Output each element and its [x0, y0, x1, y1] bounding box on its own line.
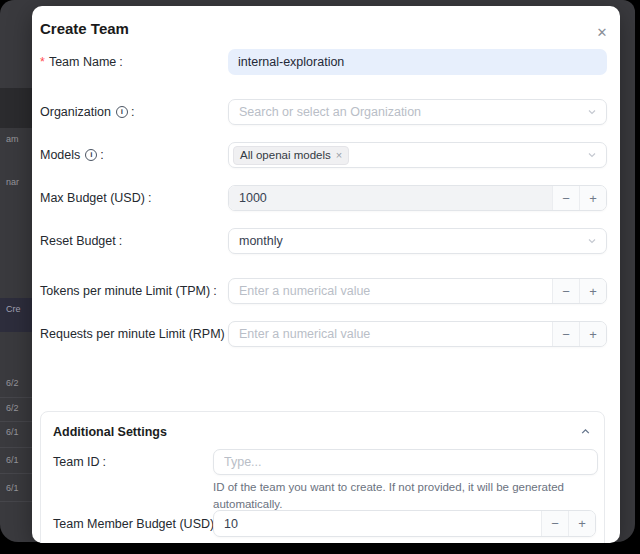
tpm-number-input: − +	[228, 278, 607, 304]
dimmed-row-divider	[0, 447, 34, 448]
max-budget-label: Max Budget (USD) :	[40, 185, 151, 211]
info-icon: i	[116, 106, 128, 118]
max-budget-input[interactable]	[239, 191, 552, 205]
label-colon: :	[131, 99, 134, 125]
form-row-models: Models i : All openai models ×	[40, 142, 615, 168]
member-budget-number-input: − +	[213, 510, 596, 537]
backdrop-text-fragment: 6/2	[6, 403, 19, 413]
dimmed-table-header	[0, 88, 34, 128]
create-team-modal: Create Team ✕ * Team Name : Organization…	[32, 6, 620, 543]
dimmed-row-divider	[0, 473, 34, 474]
increment-button[interactable]: +	[579, 279, 606, 303]
team-name-label: * Team Name :	[40, 49, 123, 75]
additional-settings-section: Additional Settings Team ID : ID of the …	[40, 411, 605, 543]
label-colon: :	[148, 185, 151, 211]
organization-placeholder: Search or select an Organization	[239, 105, 421, 119]
team-id-input[interactable]	[213, 449, 598, 475]
label-colon: :	[103, 455, 106, 469]
label-colon: :	[213, 278, 216, 304]
close-icon[interactable]: ✕	[591, 21, 613, 43]
organization-select[interactable]: Search or select an Organization	[228, 99, 607, 125]
member-budget-label: Team Member Budget (USD) ? :	[53, 510, 238, 537]
collapse-chevron-up-icon[interactable]	[578, 424, 592, 438]
team-id-helper-text: ID of the team you want to create. If no…	[213, 479, 605, 514]
selected-model-tag: All openai models ×	[233, 146, 349, 165]
organization-label: Organization i :	[40, 99, 134, 125]
member-budget-label-text: Team Member Budget (USD)	[53, 517, 214, 531]
form-row-tpm: Tokens per minute Limit (TPM) : − +	[40, 278, 615, 304]
member-budget-input[interactable]	[224, 517, 541, 531]
label-colon: :	[100, 142, 103, 168]
increment-button[interactable]: +	[579, 186, 606, 210]
increment-button[interactable]: +	[579, 322, 606, 346]
info-icon: i	[85, 149, 97, 161]
max-budget-number-input: − +	[228, 185, 607, 211]
backdrop-text-fragment: 6/1	[6, 427, 19, 437]
label-colon: :	[119, 228, 122, 254]
rpm-input[interactable]	[239, 327, 552, 341]
reset-budget-label-text: Reset Budget	[40, 228, 116, 254]
decrement-button[interactable]: −	[541, 511, 568, 536]
models-label-text: Models	[40, 142, 80, 168]
reset-budget-label: Reset Budget :	[40, 228, 122, 254]
team-name-input[interactable]	[228, 49, 607, 75]
form-row-reset-budget: Reset Budget : monthly	[40, 228, 615, 254]
form-row-max-budget: Max Budget (USD) : − +	[40, 185, 615, 211]
decrement-button[interactable]: −	[552, 279, 579, 303]
dimmed-row-divider	[0, 397, 34, 398]
screen: am nar Cre 6/2 6/2 6/1 6/1 6/1 Create Te…	[0, 0, 640, 554]
backdrop-text-fragment: 6/2	[6, 378, 19, 388]
max-budget-label-text: Max Budget (USD)	[40, 185, 145, 211]
selected-model-tag-text: All openai models	[240, 149, 331, 161]
tpm-label-text: Tokens per minute Limit (TPM)	[40, 278, 210, 304]
decrement-button[interactable]: −	[552, 322, 579, 346]
dimmed-row-divider	[0, 501, 34, 502]
backdrop-text-fragment: 6/1	[6, 455, 19, 465]
backdrop-text-fragment: 6/1	[6, 483, 19, 493]
tpm-label: Tokens per minute Limit (TPM) :	[40, 278, 217, 304]
chevron-down-icon	[587, 236, 597, 246]
modal-title: Create Team	[40, 20, 129, 37]
increment-button[interactable]: +	[568, 511, 595, 536]
required-mark: *	[40, 49, 45, 75]
reset-budget-select[interactable]: monthly	[228, 228, 607, 254]
team-name-label-text: Team Name	[49, 49, 116, 75]
team-id-label: Team ID :	[53, 449, 106, 475]
rpm-label-text: Requests per minute Limit (RPM)	[40, 321, 225, 347]
backdrop-text-fragment: nar	[6, 177, 19, 187]
form-row-rpm: Requests per minute Limit (RPM) : − +	[40, 321, 615, 347]
additional-settings-title: Additional Settings	[53, 425, 167, 439]
reset-budget-value: monthly	[239, 234, 283, 248]
label-colon: :	[119, 49, 122, 75]
form-row-team-name: * Team Name :	[40, 49, 615, 75]
chevron-down-icon	[587, 107, 597, 117]
backdrop-text-fragment: am	[6, 134, 19, 144]
team-id-label-text: Team ID	[53, 455, 100, 469]
form-row-organization: Organization i : Search or select an Org…	[40, 99, 615, 125]
models-label: Models i :	[40, 142, 104, 168]
decrement-button[interactable]: −	[552, 186, 579, 210]
chevron-down-icon	[587, 150, 597, 160]
backdrop-text-fragment: Cre	[6, 304, 21, 314]
rpm-label: Requests per minute Limit (RPM) :	[40, 321, 231, 347]
models-multiselect[interactable]: All openai models ×	[228, 142, 607, 168]
organization-label-text: Organization	[40, 99, 111, 125]
dimmed-row-divider	[0, 421, 34, 422]
tpm-input[interactable]	[239, 284, 552, 298]
tag-remove-icon[interactable]: ×	[336, 150, 342, 161]
rpm-number-input: − +	[228, 321, 607, 347]
